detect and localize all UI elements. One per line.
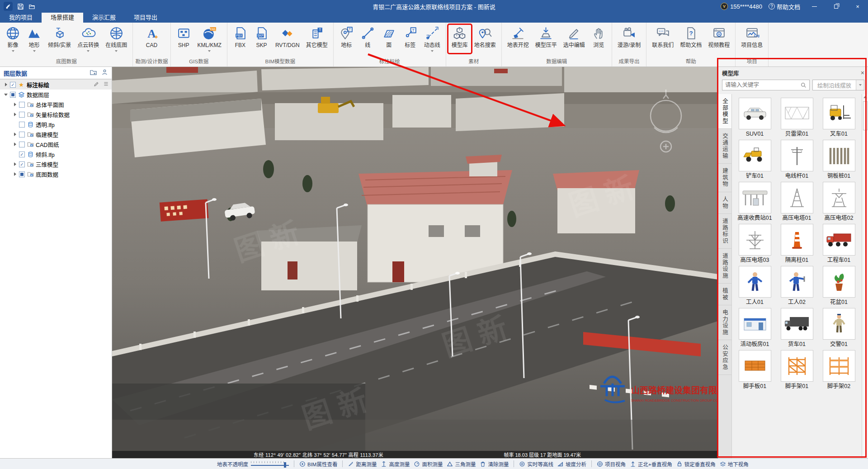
model-card-花盆01[interactable]: 花盆01 [818,266,860,305]
ribbon-button-倾斜/实景[interactable]: 倾斜/实景 [45,25,74,53]
model-card-工人01[interactable]: 工人01 [734,266,776,305]
tab-场景搭建[interactable]: 场景搭建 [42,13,83,23]
layer-row-标注标绘[interactable]: ✓★标注标绘 [0,80,112,90]
ribbon-button-点云转换[interactable]: 点云转换 [74,25,102,53]
restore-button[interactable] [828,0,844,13]
surface-opacity-slider[interactable]: 地表不透明度 [217,460,289,468]
status-item-面积测量[interactable]: 面积测量 [414,460,443,468]
model-card-高压电塔02[interactable]: 高压电塔02 [818,182,860,221]
model-card-货车01[interactable]: 货车01 [776,308,818,347]
expander-icon[interactable] [13,162,17,166]
layer-row-CAD图纸[interactable]: CAD图纸 [0,139,112,149]
model-card-SUV01[interactable]: SUV01 [734,98,776,137]
model-card-叉车01[interactable]: 叉车01 [818,98,860,137]
expander-icon[interactable] [13,133,17,136]
expander-icon[interactable] [4,94,8,96]
ribbon-button-项目信息[interactable]: Logo项目信息 [738,25,766,53]
layer-row-透明.lfp[interactable]: 透明.lfp [0,119,112,129]
model-card-工程车01[interactable]: 工程车01 [818,224,860,263]
combo-dropdown-icon[interactable] [856,80,864,90]
model-card-贝雷梁01[interactable]: 贝雷梁01 [776,98,818,137]
ribbon-button-模型压平[interactable]: 模型压平 [532,25,560,53]
status-item-项目视角[interactable]: 项目视角 [597,460,626,468]
status-item-实时等高线[interactable]: 实时等高线 [519,460,553,468]
model-card-脚手架01[interactable]: 脚手架01 [776,350,818,389]
model-card-活动板房01[interactable]: 活动板房01 [734,308,776,347]
expander-icon[interactable] [13,113,17,116]
category-tab-道路标识[interactable]: 道路标识 [718,214,731,249]
ribbon-button-标签[interactable]: T标签 [400,25,421,53]
ribbon-button-地表开挖[interactable]: 地表开挖 [504,25,532,53]
layer-row-总体平面图[interactable]: 总体平面图 [0,99,112,109]
model-card-脚手架02[interactable]: 脚手架02 [818,350,860,389]
ribbon-button-CAD[interactable]: ACAD [141,25,162,53]
category-tab-人物[interactable]: 人物 [718,192,731,214]
tab-项目导出[interactable]: 项目导出 [125,13,166,23]
ribbon-button-视频教程[interactable]: 视频教程 [705,25,733,53]
status-item-BIM属性查看[interactable]: BIM属性查看 [299,460,337,468]
status-item-正北+垂直视角[interactable]: 正北+垂直视角 [630,460,672,468]
status-item-高度测量[interactable]: 高度测量 [381,460,410,468]
model-search-input[interactable] [722,82,801,88]
ribbon-button-SKP[interactable]: SKPSKP [251,25,272,53]
layer-checkbox[interactable] [19,142,25,147]
ribbon-button-在线底图[interactable]: 在线底图 [102,25,130,53]
ribbon-button-漫游/录制[interactable]: 漫游/录制 [614,25,644,53]
layer-locate-icon[interactable] [101,69,108,77]
layer-checkbox[interactable] [19,171,25,177]
new-group-icon[interactable] [90,69,97,77]
ribbon-button-SHP[interactable]: SHP [173,25,194,53]
model-card-交警01[interactable]: 交警01 [818,308,860,347]
ribbon-button-其它模型[interactable]: T其它模型 [303,25,331,53]
expander-icon[interactable] [13,172,17,176]
ribbon-button-地名搜索[interactable]: 地名搜索 [471,25,499,53]
status-item-地下视角[interactable]: 地下视角 [720,460,749,468]
category-tab-全部模型[interactable]: 全部模型 [718,94,731,129]
layer-row-矢量标绘数据[interactable]: 矢量标绘数据 [0,109,112,119]
model-card-电线杆01[interactable]: 电线杆01 [776,140,818,179]
model-card-脚手板01[interactable]: 脚手板01 [734,350,776,389]
layer-checkbox[interactable]: ✓ [19,161,25,167]
category-tab-植被[interactable]: 植被 [718,284,731,305]
layer-row-数据图层[interactable]: 数据图层 [0,90,112,99]
tab-我的项目[interactable]: 我的项目 [0,13,42,23]
model-card-高速收费站01[interactable]: 高速收费站01 [734,182,776,221]
status-item-清除测量[interactable]: 清除测量 [480,460,509,468]
help-doc-link[interactable]: ? 帮助文档 [769,2,800,11]
ribbon-button-RVT/DGN[interactable]: RVT/DGN [272,25,303,53]
ribbon-button-影像[interactable]: 影像 [2,25,24,53]
layer-checkbox[interactable]: ✓ [19,152,25,157]
layer-checkbox[interactable] [19,112,25,118]
layer-checkbox[interactable]: ✓ [10,82,16,88]
category-tab-道路设施[interactable]: 道路设施 [718,249,731,284]
layer-checkbox[interactable] [19,102,25,108]
ribbon-button-浏览[interactable]: 浏览 [588,25,609,53]
layer-checkbox[interactable] [10,92,16,98]
status-item-三角测量[interactable]: 三角测量 [447,460,476,468]
expander-icon[interactable] [13,103,17,106]
viewport-3d[interactable]: 图 新 图 新 图 新 图 新 山西路桥建设集团有限公司 SHANXI ROAD… [112,67,718,458]
model-card-钢板桩01[interactable]: 钢板桩01 [818,140,860,179]
model-card-铲车01[interactable]: 铲车01 [734,140,776,179]
status-item-锁定垂直视角[interactable]: 锁定垂直视角 [676,460,716,468]
category-tab-公安应急[interactable]: 公安应急 [718,340,731,375]
ribbon-button-动态线[interactable]: 动态线 [421,25,443,53]
save-icon[interactable] [17,3,24,10]
layer-row-倾斜.lfp[interactable]: ✓倾斜.lfp [0,149,112,159]
layer-checkbox[interactable] [19,122,25,128]
ribbon-button-KML/KMZ[interactable]: KMLKML/KMZ [194,25,225,53]
place-mode-combo[interactable]: 绘制沿线摆放 [812,80,864,90]
ribbon-button-线[interactable]: 线 [357,25,378,53]
layer-row-三维模型[interactable]: ✓三维模型 [0,159,112,169]
layer-row-底图数据[interactable]: 底图数据 [0,169,112,179]
status-item-坡度分析[interactable]: 坡度分析 [557,460,586,468]
model-card-隔离柱01[interactable]: 隔离柱01 [776,224,818,263]
ribbon-button-帮助文档[interactable]: ?帮助文档 [677,25,705,53]
edit-pencil-icon[interactable] [94,81,99,88]
panel-scrollbar[interactable] [862,94,868,469]
category-tab-交通运输[interactable]: 交通运输 [718,129,731,164]
tab-演示汇报[interactable]: 演示汇报 [83,13,125,23]
ribbon-button-选中编辑[interactable]: 选中编辑 [560,25,588,53]
ribbon-button-面[interactable]: 面 [378,25,400,53]
close-button[interactable]: × [850,0,865,13]
